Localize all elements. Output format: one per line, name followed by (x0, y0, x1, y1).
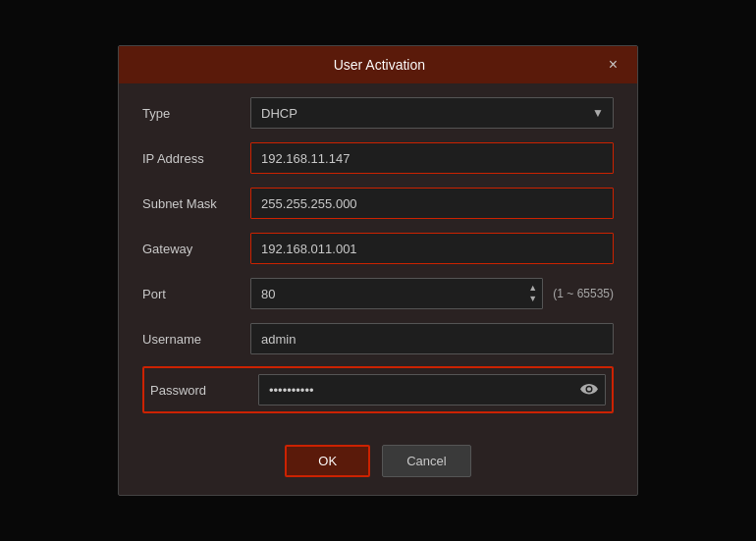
subnet-mask-input-wrap (250, 188, 614, 219)
port-row: Port ▲ ▼ (1 ~ 65535) (142, 276, 614, 311)
password-visibility-toggle[interactable] (580, 383, 598, 398)
port-input[interactable] (250, 278, 543, 309)
ip-address-input[interactable] (250, 142, 614, 174)
password-label: Password (150, 383, 258, 398)
username-label: Username (142, 332, 250, 347)
port-range-hint: (1 ~ 65535) (553, 287, 614, 300)
password-row-highlighted: Password (142, 366, 614, 413)
password-row: Password (150, 372, 606, 407)
username-input[interactable] (250, 323, 614, 354)
user-activation-dialog: User Activation × Type DHCP Static ▼ IP … (118, 45, 638, 496)
dialog-body: Type DHCP Static ▼ IP Address Subnet (119, 83, 637, 439)
dialog-title: User Activation (154, 57, 605, 73)
port-down-button[interactable]: ▼ (526, 294, 539, 304)
ok-button[interactable]: OK (285, 445, 370, 477)
port-label: Port (142, 287, 250, 301)
dialog-overlay: User Activation × Type DHCP Static ▼ IP … (0, 0, 756, 541)
dialog-footer: OK Cancel (119, 439, 637, 495)
cancel-button[interactable]: Cancel (382, 445, 470, 477)
subnet-mask-label: Subnet Mask (142, 196, 250, 211)
type-select[interactable]: DHCP Static (250, 97, 614, 129)
port-up-button[interactable]: ▲ (526, 283, 539, 294)
type-label: Type (142, 106, 250, 121)
password-input[interactable] (258, 374, 606, 406)
type-row: Type DHCP Static ▼ (142, 95, 614, 131)
subnet-mask-input[interactable] (250, 188, 614, 219)
port-controls: ▲ ▼ (1 ~ 65535) (250, 278, 614, 309)
gateway-input[interactable] (250, 233, 614, 264)
gateway-input-wrap (250, 233, 614, 264)
close-button[interactable]: × (605, 55, 621, 75)
username-row: Username (142, 321, 614, 356)
ip-address-input-wrap (250, 142, 614, 174)
type-select-wrap: DHCP Static ▼ (250, 97, 614, 129)
ip-address-label: IP Address (142, 151, 250, 166)
subnet-mask-row: Subnet Mask (142, 186, 614, 221)
port-input-wrap: ▲ ▼ (250, 278, 543, 309)
dialog-header: User Activation × (119, 46, 637, 83)
gateway-row: Gateway (142, 231, 614, 266)
ip-address-row: IP Address (142, 140, 614, 176)
port-spinner: ▲ ▼ (526, 280, 539, 307)
username-input-wrap (250, 323, 614, 354)
password-input-wrap (258, 374, 606, 406)
gateway-label: Gateway (142, 242, 250, 256)
